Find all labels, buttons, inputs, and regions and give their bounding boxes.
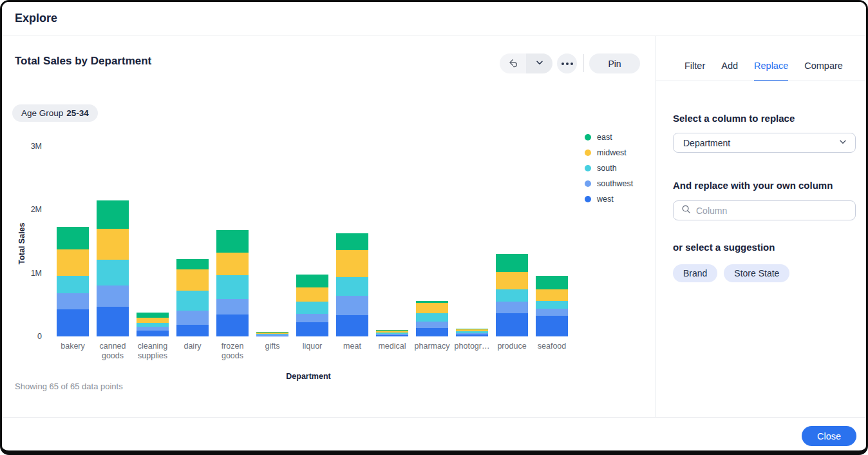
bar-segment-seafood-west[interactable]	[536, 316, 568, 336]
bar-segment-meat-south[interactable]	[336, 277, 368, 296]
bar-segment-medical-west[interactable]	[376, 335, 408, 336]
bar-segment-produce-west[interactable]	[496, 313, 528, 336]
close-button[interactable]: Close	[802, 426, 856, 446]
legend-item-west[interactable]: west	[585, 191, 633, 207]
suggestion-chips: BrandStore State	[673, 264, 789, 282]
bar-segment-photogr…-southwest[interactable]	[456, 333, 488, 334]
legend-swatch	[585, 196, 591, 202]
bar-segment-medical-south[interactable]	[376, 333, 408, 334]
bar-segment-bakery-west[interactable]	[57, 309, 89, 336]
undo-button[interactable]	[500, 53, 526, 73]
bar-segment-photogr…-west[interactable]	[456, 334, 488, 336]
bar-segment-gifts-southwest[interactable]	[256, 334, 288, 335]
age-group-filter-chip[interactable]: Age Group 25-34	[12, 104, 98, 122]
bar-segment-liquor-midwest[interactable]	[296, 287, 328, 302]
bar-segment-gifts-east[interactable]	[256, 332, 288, 333]
bar-segment-dairy-midwest[interactable]	[176, 269, 209, 291]
column-search-box[interactable]	[673, 200, 856, 220]
bar-segment-canned-goods-east[interactable]	[97, 200, 129, 228]
bar-segment-dairy-east[interactable]	[176, 259, 209, 269]
bar-segment-meat-midwest[interactable]	[336, 250, 368, 277]
bar-segment-meat-east[interactable]	[336, 233, 368, 250]
bar-segment-pharmacy-southwest[interactable]	[416, 322, 448, 328]
bar-segment-gifts-south[interactable]	[256, 334, 288, 334]
tab-compare[interactable]: Compare	[804, 61, 843, 81]
dropdown-selected-value: Department	[683, 138, 838, 148]
bar-segment-photogr…-south[interactable]	[456, 331, 488, 333]
bar-segment-gifts-west[interactable]	[256, 336, 288, 336]
tab-add[interactable]: Add	[721, 61, 738, 81]
chevron-down-icon	[838, 137, 847, 149]
bar-segment-frozen-goods-east[interactable]	[216, 230, 249, 253]
x-axis-title: Department	[270, 372, 347, 381]
bar-segment-canned-goods-southwest[interactable]	[97, 286, 129, 307]
legend-swatch	[585, 180, 591, 187]
column-to-replace-dropdown[interactable]: Department	[673, 133, 856, 153]
bar-segment-canned-goods-midwest[interactable]	[97, 229, 129, 260]
bar-segment-photogr…-midwest[interactable]	[456, 329, 488, 331]
tabs-border	[656, 81, 868, 81]
bar-segment-produce-south[interactable]	[496, 289, 528, 302]
legend-item-midwest[interactable]: midwest	[585, 145, 633, 160]
bar-segment-pharmacy-midwest[interactable]	[416, 303, 448, 313]
pin-button[interactable]: Pin	[589, 53, 640, 73]
bar-segment-pharmacy-east[interactable]	[416, 301, 448, 303]
legend-item-east[interactable]: east	[585, 130, 633, 145]
bar-segment-frozen-goods-west[interactable]	[216, 315, 249, 336]
bar-segment-cleaning-supplies-west[interactable]	[137, 331, 169, 336]
bar-segment-dairy-south[interactable]	[176, 291, 209, 311]
bar-segment-frozen-goods-midwest[interactable]	[216, 253, 249, 275]
bar-segment-produce-east[interactable]	[496, 254, 528, 272]
bar-segment-cleaning-supplies-southwest[interactable]	[137, 327, 169, 331]
bar-segment-produce-southwest[interactable]	[496, 302, 528, 313]
bar-segment-canned-goods-south[interactable]	[97, 260, 129, 286]
search-icon	[681, 204, 691, 217]
tab-filter[interactable]: Filter	[684, 61, 705, 81]
suggestion-label: or select a suggestion	[673, 242, 775, 253]
bar-segment-medical-midwest[interactable]	[376, 330, 408, 333]
bar-segment-canned-goods-west[interactable]	[97, 307, 129, 336]
more-options-button[interactable]	[557, 53, 577, 73]
x-tick-label: meat	[332, 342, 373, 351]
bar-segment-seafood-south[interactable]	[536, 301, 568, 309]
bar-segment-dairy-southwest[interactable]	[176, 311, 209, 325]
x-tick-label: medical	[372, 342, 413, 351]
bar-segment-dairy-west[interactable]	[176, 325, 209, 336]
bar-segment-bakery-midwest[interactable]	[57, 249, 89, 276]
bar-segment-cleaning-supplies-south[interactable]	[137, 323, 169, 327]
undo-split-button[interactable]	[500, 53, 552, 73]
suggestion-chip-store-state[interactable]: Store State	[724, 264, 789, 282]
bar-segment-pharmacy-west[interactable]	[416, 328, 448, 336]
bar-segment-photogr…-east[interactable]	[456, 329, 488, 329]
bar-segment-meat-southwest[interactable]	[336, 296, 368, 315]
bar-segment-pharmacy-south[interactable]	[416, 313, 448, 322]
bar-segment-gifts-midwest[interactable]	[256, 333, 288, 333]
bar-segment-liquor-west[interactable]	[296, 322, 328, 336]
bar-segment-medical-southwest[interactable]	[376, 334, 408, 335]
bar-segment-frozen-goods-south[interactable]	[216, 275, 249, 298]
suggestion-chip-brand[interactable]: Brand	[673, 264, 717, 282]
panel-divider	[656, 36, 656, 417]
legend-label: southwest	[597, 179, 633, 188]
bar-segment-bakery-southwest[interactable]	[57, 293, 89, 309]
bar-segment-meat-west[interactable]	[336, 315, 368, 336]
bar-segment-liquor-east[interactable]	[296, 275, 328, 287]
bar-segment-bakery-east[interactable]	[57, 227, 89, 249]
undo-menu-button[interactable]	[526, 53, 552, 73]
bar-segment-seafood-east[interactable]	[536, 276, 568, 289]
bar-segment-frozen-goods-southwest[interactable]	[216, 299, 249, 315]
x-tick-label: photogr…	[451, 342, 493, 351]
bar-segment-cleaning-supplies-midwest[interactable]	[137, 318, 169, 323]
bar-segment-produce-midwest[interactable]	[496, 272, 528, 290]
bar-segment-bakery-south[interactable]	[57, 276, 89, 293]
bar-segment-liquor-south[interactable]	[296, 302, 328, 314]
bar-segment-seafood-midwest[interactable]	[536, 289, 568, 301]
ellipsis-icon	[561, 63, 564, 65]
column-search-input[interactable]	[696, 206, 849, 216]
legend-item-southwest[interactable]: southwest	[585, 176, 633, 191]
tab-replace[interactable]: Replace	[754, 61, 788, 81]
bar-segment-liquor-southwest[interactable]	[296, 314, 328, 323]
bar-segment-seafood-southwest[interactable]	[536, 309, 568, 316]
bar-segment-cleaning-supplies-east[interactable]	[137, 313, 169, 318]
legend-item-south[interactable]: south	[585, 160, 633, 176]
